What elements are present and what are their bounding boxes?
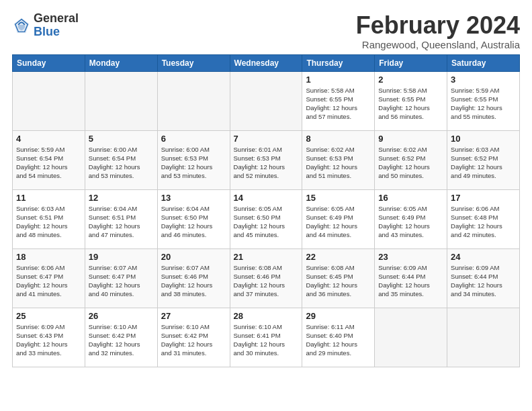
calendar-cell: 21Sunrise: 6:08 AM Sunset: 6:46 PM Dayli… xyxy=(230,248,302,308)
day-number: 10 xyxy=(451,134,516,144)
calendar-cell: 10Sunrise: 6:03 AM Sunset: 6:52 PM Dayli… xyxy=(447,130,520,189)
calendar-cell: 18Sunrise: 6:06 AM Sunset: 6:47 PM Dayli… xyxy=(13,248,85,308)
day-number: 17 xyxy=(451,193,516,203)
day-number: 16 xyxy=(378,193,443,203)
calendar-cell: 20Sunrise: 6:07 AM Sunset: 6:46 PM Dayli… xyxy=(157,248,230,308)
day-number: 26 xyxy=(89,311,154,321)
day-info: Sunrise: 6:06 AM Sunset: 6:48 PM Dayligh… xyxy=(451,204,516,240)
day-number: 2 xyxy=(378,75,443,85)
calendar-cell: 24Sunrise: 6:09 AM Sunset: 6:44 PM Dayli… xyxy=(447,248,520,308)
day-number: 13 xyxy=(161,193,226,203)
day-number: 15 xyxy=(306,193,371,203)
day-info: Sunrise: 6:02 AM Sunset: 6:53 PM Dayligh… xyxy=(306,145,371,181)
day-number: 23 xyxy=(378,252,443,262)
logo-text: General Blue xyxy=(34,12,79,39)
day-info: Sunrise: 6:06 AM Sunset: 6:47 PM Dayligh… xyxy=(16,263,81,299)
day-info: Sunrise: 6:05 AM Sunset: 6:50 PM Dayligh… xyxy=(234,204,299,240)
day-number: 9 xyxy=(378,134,443,144)
day-info: Sunrise: 6:10 AM Sunset: 6:42 PM Dayligh… xyxy=(161,322,226,358)
day-info: Sunrise: 6:02 AM Sunset: 6:52 PM Dayligh… xyxy=(378,145,443,181)
day-info: Sunrise: 6:03 AM Sunset: 6:51 PM Dayligh… xyxy=(16,204,81,240)
calendar-week-row: 1Sunrise: 5:58 AM Sunset: 6:55 PM Daylig… xyxy=(13,71,520,130)
calendar-cell xyxy=(230,71,302,130)
day-number: 5 xyxy=(89,134,154,144)
calendar-cell: 14Sunrise: 6:05 AM Sunset: 6:50 PM Dayli… xyxy=(230,189,302,248)
calendar-cell: 16Sunrise: 6:05 AM Sunset: 6:49 PM Dayli… xyxy=(375,189,447,248)
day-info: Sunrise: 6:05 AM Sunset: 6:49 PM Dayligh… xyxy=(306,204,371,240)
calendar-cell: 19Sunrise: 6:07 AM Sunset: 6:47 PM Dayli… xyxy=(85,248,157,308)
calendar-cell xyxy=(85,71,157,130)
calendar-cell: 3Sunrise: 5:59 AM Sunset: 6:55 PM Daylig… xyxy=(447,71,520,130)
calendar-cell: 22Sunrise: 6:08 AM Sunset: 6:45 PM Dayli… xyxy=(302,248,375,308)
day-info: Sunrise: 6:08 AM Sunset: 6:45 PM Dayligh… xyxy=(306,263,371,299)
day-info: Sunrise: 5:59 AM Sunset: 6:55 PM Dayligh… xyxy=(451,86,516,122)
day-info: Sunrise: 5:59 AM Sunset: 6:54 PM Dayligh… xyxy=(16,145,81,181)
day-number: 29 xyxy=(306,311,371,321)
day-number: 14 xyxy=(234,193,299,203)
weekday-header: Saturday xyxy=(447,54,520,71)
day-info: Sunrise: 6:08 AM Sunset: 6:46 PM Dayligh… xyxy=(234,263,299,299)
calendar-cell: 6Sunrise: 6:00 AM Sunset: 6:53 PM Daylig… xyxy=(157,130,230,189)
main-title: February 2024 xyxy=(356,12,520,39)
day-info: Sunrise: 5:58 AM Sunset: 6:55 PM Dayligh… xyxy=(378,86,443,122)
day-number: 21 xyxy=(234,252,299,262)
calendar-cell: 13Sunrise: 6:04 AM Sunset: 6:50 PM Dayli… xyxy=(157,189,230,248)
weekday-header: Thursday xyxy=(302,54,375,71)
calendar-cell: 12Sunrise: 6:04 AM Sunset: 6:51 PM Dayli… xyxy=(85,189,157,248)
calendar-cell: 28Sunrise: 6:10 AM Sunset: 6:41 PM Dayli… xyxy=(230,308,302,367)
day-number: 20 xyxy=(161,252,226,262)
calendar: SundayMondayTuesdayWednesdayThursdayFrid… xyxy=(12,54,520,367)
logo-blue: Blue xyxy=(34,26,79,39)
subtitle: Rangewood, Queensland, Australia xyxy=(356,39,520,50)
day-number: 6 xyxy=(161,134,226,144)
logo: General Blue xyxy=(12,12,79,39)
calendar-cell: 2Sunrise: 5:58 AM Sunset: 6:55 PM Daylig… xyxy=(375,71,447,130)
weekday-header: Monday xyxy=(85,54,157,71)
calendar-cell: 7Sunrise: 6:01 AM Sunset: 6:53 PM Daylig… xyxy=(230,130,302,189)
day-number: 28 xyxy=(234,311,299,321)
day-info: Sunrise: 6:00 AM Sunset: 6:53 PM Dayligh… xyxy=(161,145,226,181)
calendar-cell: 17Sunrise: 6:06 AM Sunset: 6:48 PM Dayli… xyxy=(447,189,520,248)
calendar-cell: 9Sunrise: 6:02 AM Sunset: 6:52 PM Daylig… xyxy=(375,130,447,189)
calendar-cell: 8Sunrise: 6:02 AM Sunset: 6:53 PM Daylig… xyxy=(302,130,375,189)
day-info: Sunrise: 6:07 AM Sunset: 6:46 PM Dayligh… xyxy=(161,263,226,299)
logo-general: General xyxy=(34,12,79,26)
day-number: 19 xyxy=(89,252,154,262)
day-info: Sunrise: 6:00 AM Sunset: 6:54 PM Dayligh… xyxy=(89,145,154,181)
calendar-cell: 27Sunrise: 6:10 AM Sunset: 6:42 PM Dayli… xyxy=(157,308,230,367)
calendar-cell: 23Sunrise: 6:09 AM Sunset: 6:44 PM Dayli… xyxy=(375,248,447,308)
header: General Blue February 2024 Rangewood, Qu… xyxy=(12,12,520,50)
weekday-header: Sunday xyxy=(13,54,85,71)
calendar-week-row: 25Sunrise: 6:09 AM Sunset: 6:43 PM Dayli… xyxy=(13,308,520,367)
day-number: 24 xyxy=(451,252,516,262)
day-number: 3 xyxy=(451,75,516,85)
day-number: 27 xyxy=(161,311,226,321)
day-info: Sunrise: 6:03 AM Sunset: 6:52 PM Dayligh… xyxy=(451,145,516,181)
day-info: Sunrise: 6:11 AM Sunset: 6:40 PM Dayligh… xyxy=(306,322,371,358)
calendar-cell: 29Sunrise: 6:11 AM Sunset: 6:40 PM Dayli… xyxy=(302,308,375,367)
calendar-week-row: 11Sunrise: 6:03 AM Sunset: 6:51 PM Dayli… xyxy=(13,189,520,248)
weekday-header: Friday xyxy=(375,54,447,71)
day-number: 8 xyxy=(306,134,371,144)
calendar-cell: 5Sunrise: 6:00 AM Sunset: 6:54 PM Daylig… xyxy=(85,130,157,189)
calendar-cell: 1Sunrise: 5:58 AM Sunset: 6:55 PM Daylig… xyxy=(302,71,375,130)
day-number: 11 xyxy=(16,193,81,203)
day-info: Sunrise: 5:58 AM Sunset: 6:55 PM Dayligh… xyxy=(306,86,371,122)
day-info: Sunrise: 6:04 AM Sunset: 6:50 PM Dayligh… xyxy=(161,204,226,240)
day-info: Sunrise: 6:09 AM Sunset: 6:44 PM Dayligh… xyxy=(378,263,443,299)
calendar-cell: 15Sunrise: 6:05 AM Sunset: 6:49 PM Dayli… xyxy=(302,189,375,248)
day-number: 1 xyxy=(306,75,371,85)
day-number: 22 xyxy=(306,252,371,262)
calendar-cell xyxy=(157,71,230,130)
calendar-cell: 11Sunrise: 6:03 AM Sunset: 6:51 PM Dayli… xyxy=(13,189,85,248)
calendar-week-row: 18Sunrise: 6:06 AM Sunset: 6:47 PM Dayli… xyxy=(13,248,520,308)
calendar-cell: 25Sunrise: 6:09 AM Sunset: 6:43 PM Dayli… xyxy=(13,308,85,367)
calendar-cell: 26Sunrise: 6:10 AM Sunset: 6:42 PM Dayli… xyxy=(85,308,157,367)
day-info: Sunrise: 6:09 AM Sunset: 6:44 PM Dayligh… xyxy=(451,263,516,299)
day-number: 25 xyxy=(16,311,81,321)
calendar-cell xyxy=(13,71,85,130)
day-info: Sunrise: 6:05 AM Sunset: 6:49 PM Dayligh… xyxy=(378,204,443,240)
day-info: Sunrise: 6:10 AM Sunset: 6:42 PM Dayligh… xyxy=(89,322,154,358)
page: General Blue February 2024 Rangewood, Qu… xyxy=(0,0,532,374)
calendar-week-row: 4Sunrise: 5:59 AM Sunset: 6:54 PM Daylig… xyxy=(13,130,520,189)
